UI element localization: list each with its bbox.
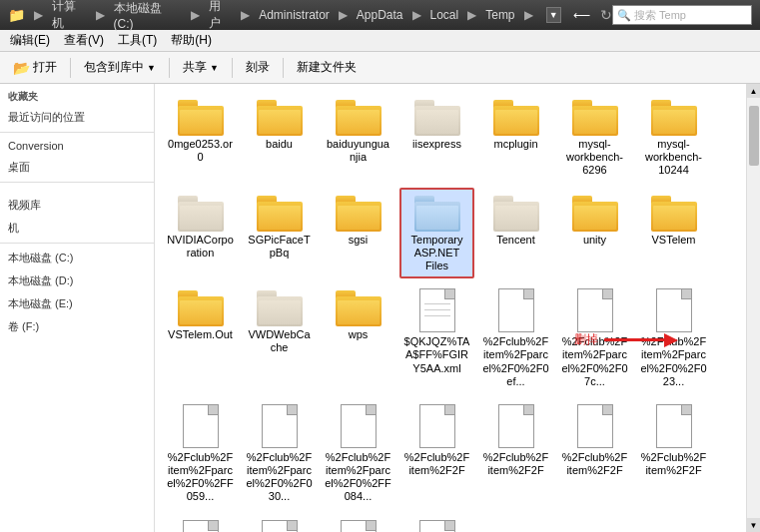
doc-fclub11[interactable]: %2Fclub%2Fitem%2F2F: [163, 514, 238, 532]
folder-baidu[interactable]: baidu: [242, 92, 317, 184]
menu-tools[interactable]: 工具(T): [112, 30, 163, 51]
scroll-down-button[interactable]: ▼: [747, 518, 761, 532]
folder-tempaspnet-label: Temporary ASP.NET Files: [403, 234, 470, 273]
doc-qkjqz-label: $QKJQZ%TAA$FF%FGIRY5AA.xml: [403, 335, 470, 375]
share-button[interactable]: 共享 ▼: [174, 55, 228, 81]
doc-fclub8[interactable]: %2Fclub%2Fitem%2F2F: [478, 398, 553, 510]
breadcrumb-admin[interactable]: Administrator: [259, 8, 330, 22]
breadcrumb-temp[interactable]: Temp: [485, 8, 514, 22]
folder-vwdweb[interactable]: VWDWebCache: [242, 282, 317, 394]
doc-fclub4[interactable]: %2Fclub%2Fitem%2Fparcel%2F0%2FF059...: [163, 398, 238, 510]
open-icon: 📂: [13, 60, 30, 76]
file-grid: 0mge0253.or0 baidu baiduyunguanjia iisex…: [163, 92, 738, 532]
doc-fclub3-label: %2Fclub%2Fitem%2Fparcel%2F0%2F023...: [640, 335, 707, 388]
folder-mysql96[interactable]: mysql-workbench-6296: [557, 92, 632, 184]
folder-vstelem[interactable]: VSTelem: [636, 188, 711, 279]
sidebar-item-machine[interactable]: 机: [0, 217, 154, 240]
folder-vstelem-label: VSTelem: [651, 234, 695, 247]
folder-nvidia[interactable]: NVIDIACorporation: [163, 188, 238, 279]
folder-wps[interactable]: wps: [321, 282, 395, 394]
doc-fclub14[interactable]: %2Fclub%2Fitem%2F2F: [399, 514, 474, 532]
menu-bar: 编辑(E) 查看(V) 工具(T) 帮助(H): [0, 30, 760, 52]
doc-fclub4-label: %2Fclub%2Fitem%2Fparcel%2F0%2FF059...: [167, 451, 234, 504]
doc-fclub7[interactable]: %2Fclub%2Fitem%2F2F: [399, 398, 474, 510]
burn-label: 刻录: [246, 59, 270, 76]
scroll-track[interactable]: [747, 98, 760, 518]
doc-fclub2-label: %2Fclub%2Fitem%2Fparcel%2F0%2F07c...: [561, 335, 628, 388]
sidebar-section-favorites: 收藏夹: [0, 84, 154, 106]
burn-button[interactable]: 刻录: [237, 55, 279, 81]
search-placeholder: 搜索 Temp: [634, 8, 686, 23]
sidebar-divider-3: [0, 243, 154, 244]
folder-sgpic[interactable]: SGPicFaceTpBq: [242, 188, 317, 279]
sidebar-item-conversion[interactable]: Conversion: [0, 136, 154, 156]
doc-fclub3[interactable]: %2Fclub%2Fitem%2Fparcel%2F0%2F023...: [636, 282, 711, 394]
doc-fclub6[interactable]: %2Fclub%2Fitem%2Fparcel%2F0%2FF084...: [321, 398, 395, 510]
doc-fclub8-label: %2Fclub%2Fitem%2F2F: [482, 451, 549, 477]
folder-sgsi[interactable]: sgsi: [321, 188, 395, 279]
folder-baiduyun[interactable]: baiduyunguanjia: [321, 92, 395, 184]
menu-edit[interactable]: 编辑(E): [4, 30, 56, 51]
open-button[interactable]: 📂 打开: [4, 55, 66, 81]
folder-tencent[interactable]: Tencent: [478, 188, 553, 279]
folder-vwdweb-label: VWDWebCache: [246, 328, 313, 354]
toolbar-sep-4: [283, 58, 284, 78]
include-button[interactable]: 包含到库中 ▼: [75, 55, 165, 81]
doc-fclub9[interactable]: %2Fclub%2Fitem%2F2F: [557, 398, 632, 510]
sidebar-item-c[interactable]: 本地磁盘 (C:): [0, 247, 154, 269]
sidebar-item-e[interactable]: 本地磁盘 (E:): [0, 292, 154, 315]
folder-unity-label: unity: [583, 234, 606, 247]
doc-fclub5[interactable]: %2Fclub%2Fitem%2Fparcel%2F0%2F030...: [242, 398, 317, 510]
folder-iisexpress-label: iisexpress: [412, 138, 461, 151]
sidebar-item-recent[interactable]: 最近访问的位置: [0, 106, 154, 129]
folder-tencent-label: Tencent: [496, 234, 535, 247]
sidebar-item-desktop[interactable]: 桌面: [0, 156, 154, 179]
folder-0mge[interactable]: 0mge0253.or0: [163, 92, 238, 184]
nav-back[interactable]: ⟵: [573, 8, 590, 22]
toolbar: 📂 打开 包含到库中 ▼ 共享 ▼ 刻录 新建文件夹: [0, 52, 760, 84]
folder-tempaspnet[interactable]: Temporary ASP.NET Files: [399, 188, 474, 279]
new-folder-button[interactable]: 新建文件夹: [288, 55, 366, 81]
doc-fclub1[interactable]: %2Fclub%2Fitem%2Fparcel%2F0%2F0ef...: [478, 282, 553, 394]
file-content: 0mge0253.or0 baidu baiduyunguanjia iisex…: [155, 84, 746, 532]
folder-iisexpress[interactable]: iisexpress: [399, 92, 474, 184]
folder-baidu-label: baidu: [266, 138, 293, 151]
share-dropdown-icon: ▼: [210, 63, 219, 73]
folder-sgsi-label: sgsi: [349, 234, 369, 247]
menu-view[interactable]: 查看(V): [58, 30, 110, 51]
include-label: 包含到库中: [84, 59, 144, 76]
folder-mysql96-label: mysql-workbench-6296: [561, 138, 628, 178]
vertical-scrollbar[interactable]: ▲ ▼: [746, 84, 760, 532]
folder-nvidia-label: NVIDIACorporation: [167, 234, 234, 260]
doc-fclub12[interactable]: %2Fclub%2Fitem%2F2F: [242, 514, 317, 532]
scroll-up-button[interactable]: ▲: [747, 84, 761, 98]
breadcrumb-local[interactable]: Local: [430, 8, 459, 22]
sidebar-divider-1: [0, 132, 154, 133]
folder-baiduyun-label: baiduyunguanjia: [325, 138, 391, 164]
sidebar-item-d[interactable]: 本地磁盘 (D:): [0, 269, 154, 292]
folder-mysql244[interactable]: mysql-workbench-10244: [636, 92, 711, 184]
doc-fclub10[interactable]: %2Fclub%2Fitem%2F2F: [636, 398, 711, 510]
doc-fclub2[interactable]: %2Fclub%2Fitem%2Fparcel%2F0%2F07c...: [557, 282, 632, 394]
folder-vstelout[interactable]: VSTelem.Out: [163, 282, 238, 394]
breadcrumb-appdata[interactable]: AppData: [357, 8, 403, 22]
sidebar-item-f[interactable]: 卷 (F:): [0, 315, 154, 338]
refresh-icon[interactable]: ↻: [600, 7, 612, 23]
breadcrumb-expand[interactable]: ▼: [546, 7, 561, 23]
menu-help[interactable]: 帮助(H): [165, 30, 218, 51]
folder-mcplugin-label: mcplugin: [493, 138, 537, 151]
doc-qkjqz[interactable]: $QKJQZ%TAA$FF%FGIRY5AA.xml: [399, 282, 474, 394]
search-box[interactable]: 🔍 搜索 Temp: [612, 5, 752, 25]
scroll-thumb[interactable]: [749, 106, 759, 166]
doc-fclub13[interactable]: %2Fclub%2Fitem%2F2F: [321, 514, 395, 532]
toolbar-sep-3: [232, 58, 233, 78]
folder-mcplugin[interactable]: mcplugin: [478, 92, 553, 184]
content-scroll: 0mge0253.or0 baidu baiduyunguanjia iisex…: [155, 84, 760, 532]
doc-fclub9-label: %2Fclub%2Fitem%2F2F: [561, 451, 628, 477]
breadcrumb-users[interactable]: 用户: [209, 0, 232, 32]
breadcrumb-localdisk[interactable]: 本地磁盘 (C:): [114, 0, 183, 31]
open-label: 打开: [33, 59, 57, 76]
breadcrumb-computer[interactable]: 计算机: [52, 0, 87, 32]
folder-unity[interactable]: unity: [557, 188, 632, 279]
sidebar-item-video[interactable]: 视频库: [0, 194, 154, 217]
